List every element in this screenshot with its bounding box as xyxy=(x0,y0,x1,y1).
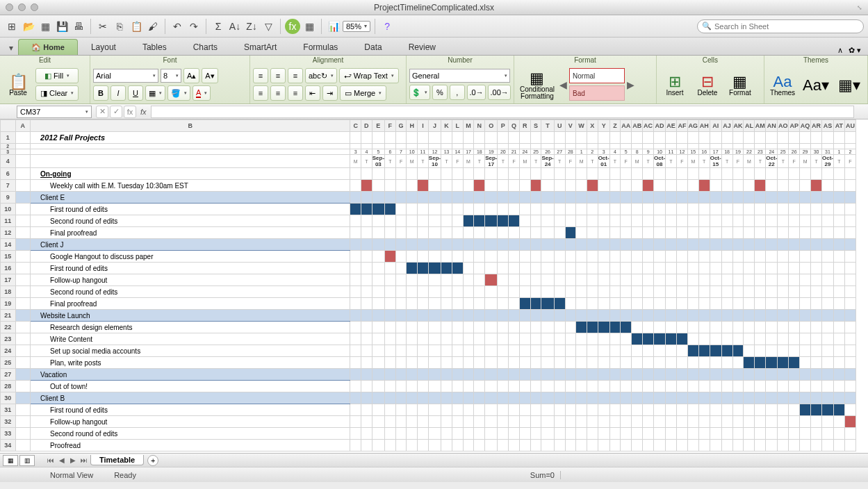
gantt-cell[interactable] xyxy=(654,298,666,310)
col-header[interactable]: AB xyxy=(632,120,643,132)
gantt-cell[interactable] xyxy=(530,286,541,298)
gantt-cell[interactable] xyxy=(350,215,361,227)
gantt-cell[interactable] xyxy=(541,263,554,274)
gantt-cell[interactable] xyxy=(498,322,509,333)
gantt-cell[interactable] xyxy=(732,310,744,322)
gantt-cell[interactable] xyxy=(710,263,721,274)
gantt-cell[interactable] xyxy=(778,345,789,357)
gantt-cell[interactable] xyxy=(587,322,598,333)
gantt-cell[interactable] xyxy=(463,322,474,333)
gantt-cell[interactable] xyxy=(598,369,609,381)
gantt-cell[interactable] xyxy=(621,298,632,310)
gantt-cell[interactable] xyxy=(428,440,441,451)
gantt-cell[interactable] xyxy=(844,215,855,227)
gantt-cell[interactable] xyxy=(755,274,766,286)
gantt-cell[interactable] xyxy=(744,440,755,451)
gantt-cell[interactable] xyxy=(666,251,677,263)
gantt-cell[interactable] xyxy=(463,263,474,274)
gantt-cell[interactable] xyxy=(441,180,452,192)
gantt-cell[interactable] xyxy=(632,440,643,451)
gantt-cell[interactable] xyxy=(687,357,698,369)
gantt-cell[interactable] xyxy=(822,263,834,274)
gantt-cell[interactable] xyxy=(395,263,407,274)
gantt-cell[interactable] xyxy=(744,322,755,333)
gantt-cell[interactable] xyxy=(778,286,789,298)
gantt-cell[interactable] xyxy=(744,298,755,310)
gantt-cell[interactable] xyxy=(428,251,441,263)
gantt-cell[interactable] xyxy=(778,357,789,369)
gantt-cell[interactable] xyxy=(576,180,587,192)
gantt-cell[interactable] xyxy=(621,168,632,180)
gantt-cell[interactable] xyxy=(632,416,643,428)
gantt-cell[interactable] xyxy=(800,192,811,204)
gantt-cell[interactable] xyxy=(361,204,372,215)
gantt-cell[interactable] xyxy=(710,322,721,333)
gantt-cell[interactable] xyxy=(530,322,541,333)
gantt-cell[interactable] xyxy=(666,322,677,333)
gantt-cell[interactable] xyxy=(576,192,587,204)
gantt-cell[interactable] xyxy=(632,168,643,180)
fill-color-button[interactable]: 🪣 xyxy=(167,85,190,101)
gantt-cell[interactable] xyxy=(732,322,744,333)
gantt-cell[interactable] xyxy=(418,274,429,286)
gantt-cell[interactable] xyxy=(587,168,598,180)
gantt-cell[interactable] xyxy=(721,416,732,428)
gantt-cell[interactable] xyxy=(418,381,429,392)
gantt-cell[interactable] xyxy=(452,322,463,333)
gantt-cell[interactable] xyxy=(428,428,441,440)
gantt-cell[interactable] xyxy=(687,416,698,428)
gantt-cell[interactable] xyxy=(834,168,845,180)
gantt-cell[interactable] xyxy=(676,369,687,381)
gantt-cell[interactable] xyxy=(766,215,778,227)
gantt-cell[interactable] xyxy=(676,428,687,440)
row-header[interactable]: 23 xyxy=(1,333,16,345)
row-header[interactable]: 15 xyxy=(1,251,16,263)
gantt-cell[interactable] xyxy=(474,251,485,263)
gantt-cell[interactable] xyxy=(643,298,654,310)
gantt-cell[interactable] xyxy=(654,251,666,263)
gantt-cell[interactable] xyxy=(474,192,485,204)
gantt-cell[interactable] xyxy=(676,404,687,416)
gantt-cell[interactable] xyxy=(565,357,576,369)
gantt-cell[interactable] xyxy=(519,440,530,451)
gantt-cell[interactable] xyxy=(576,381,587,392)
gantt-cell[interactable] xyxy=(598,428,609,440)
gantt-cell[interactable] xyxy=(395,428,407,440)
gantt-cell[interactable] xyxy=(498,416,509,428)
gantt-cell[interactable] xyxy=(407,392,418,404)
help-icon[interactable]: ? xyxy=(379,19,395,34)
gantt-cell[interactable] xyxy=(485,227,498,239)
gantt-cell[interactable] xyxy=(541,416,554,428)
gantt-cell[interactable] xyxy=(463,416,474,428)
col-header[interactable]: P xyxy=(498,120,509,132)
gantt-cell[interactable] xyxy=(407,310,418,322)
gantt-cell[interactable] xyxy=(766,180,778,192)
gantt-cell[interactable] xyxy=(687,333,698,345)
gantt-cell[interactable] xyxy=(541,333,554,345)
gantt-cell[interactable] xyxy=(844,192,855,204)
gantt-cell[interactable] xyxy=(643,274,654,286)
gantt-cell[interactable] xyxy=(822,392,834,404)
gantt-cell[interactable] xyxy=(509,369,520,381)
gantt-cell[interactable] xyxy=(350,392,361,404)
col-header[interactable]: AR xyxy=(811,120,822,132)
gantt-cell[interactable] xyxy=(509,263,520,274)
gantt-cell[interactable] xyxy=(755,286,766,298)
gantt-cell[interactable] xyxy=(541,204,554,215)
gantt-cell[interactable] xyxy=(609,310,621,322)
gantt-cell[interactable] xyxy=(385,215,396,227)
gantt-cell[interactable] xyxy=(609,369,621,381)
gantt-cell[interactable] xyxy=(676,333,687,345)
gantt-cell[interactable] xyxy=(687,168,698,180)
gantt-cell[interactable] xyxy=(822,440,834,451)
gantt-cell[interactable] xyxy=(721,333,732,345)
gantt-cell[interactable] xyxy=(632,333,643,345)
gantt-cell[interactable] xyxy=(441,333,452,345)
gantt-cell[interactable] xyxy=(800,251,811,263)
gantt-cell[interactable] xyxy=(621,251,632,263)
gantt-cell[interactable] xyxy=(395,322,407,333)
gantt-cell[interactable] xyxy=(800,227,811,239)
gantt-cell[interactable] xyxy=(721,322,732,333)
gantt-cell[interactable] xyxy=(789,357,800,369)
gantt-cell[interactable] xyxy=(441,392,452,404)
